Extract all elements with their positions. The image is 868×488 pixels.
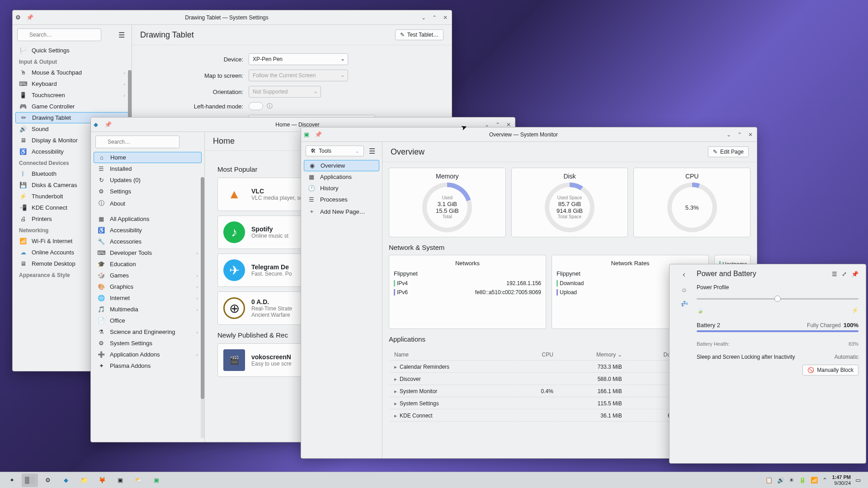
monitor-titlebar[interactable]: ▣ 📌 Overview — System Monitor ⌄ ⌃ ✕ — [301, 127, 757, 142]
task-discover[interactable]: ◆ — [58, 474, 74, 487]
cat-input-output: Input & Output — [13, 56, 132, 67]
minimize-icon[interactable]: ⌄ — [420, 14, 427, 21]
maximize-icon[interactable]: ⌃ — [431, 14, 438, 21]
cat-plasma-addons[interactable]: ✦Plasma Addons — [91, 360, 204, 371]
cat-games[interactable]: 🎲Games› — [91, 270, 204, 281]
col-cpu[interactable]: CPU — [516, 349, 557, 361]
manually-block-button[interactable]: 🚫Manually Block — [802, 365, 859, 375]
chevron-right-icon: › — [196, 284, 198, 290]
cat-internet[interactable]: 🌐Internet› — [91, 292, 204, 304]
menu-icon[interactable]: ☰ — [832, 271, 837, 277]
minimize-icon[interactable]: ⌄ — [725, 131, 732, 138]
science-icon: ⚗ — [97, 328, 105, 335]
flag-icon: 🏳️ — [19, 47, 27, 54]
col-name[interactable]: Name — [390, 349, 515, 361]
content-title: Drawing Tablet — [140, 30, 194, 40]
sidebar-item-keyboard[interactable]: ⌨Keyboard› — [13, 78, 132, 89]
wrench-icon: 🔧 — [97, 238, 105, 245]
nav-history[interactable]: 🕐History — [301, 183, 382, 194]
task-system-monitor[interactable]: ▣ — [148, 474, 165, 487]
tray-network-icon[interactable]: 📶 — [811, 477, 818, 483]
sleep-icon[interactable]: 💤 — [680, 300, 688, 307]
cat-system-settings[interactable]: ⚙System Settings — [91, 338, 204, 349]
close-icon[interactable]: ✕ — [747, 131, 754, 138]
nav-home[interactable]: ⌂Home — [94, 152, 202, 163]
tray-show-desktop-icon[interactable]: ▭ — [855, 477, 861, 483]
pin-icon[interactable]: 📌 — [104, 121, 112, 128]
tray-volume-icon[interactable]: 🔊 — [777, 477, 784, 483]
cat-education[interactable]: 🎓Education — [91, 258, 204, 270]
test-tablet-button[interactable]: ✎Test Tablet… — [395, 29, 443, 40]
device-select[interactable]: XP-Pen Pen — [249, 53, 348, 65]
memory-gauge: Used 3.1 GiB 15.5 GiB Total — [422, 183, 472, 232]
settings-title: Drawing Tablet — System Settings — [33, 14, 420, 21]
apps-icon: ▦ — [307, 174, 316, 180]
tray-expand-icon[interactable]: ⌃ — [822, 477, 827, 483]
cat-accessories[interactable]: 🔧Accessories — [91, 236, 204, 247]
info-icon[interactable]: ⓘ — [267, 102, 273, 110]
home-icon: ⌂ — [98, 154, 106, 161]
tools-button[interactable]: 🛠Tools⌄ — [306, 145, 364, 156]
settings-search-input[interactable] — [17, 28, 101, 41]
cat-accessibility[interactable]: ♿Accessibility — [91, 225, 204, 236]
close-icon[interactable]: ✕ — [442, 14, 449, 21]
plasma-icon: ✦ — [97, 362, 105, 369]
nav-about[interactable]: ⓘAbout — [91, 197, 204, 210]
sidebar-item-quick-settings[interactable]: 🏳️Quick Settings — [13, 45, 132, 56]
task-pager[interactable] — [22, 474, 38, 487]
discover-search-input[interactable] — [95, 136, 179, 148]
tray-battery-icon[interactable]: 🔋 — [799, 477, 806, 483]
nav-overview[interactable]: ◉Overview — [304, 160, 379, 171]
sort-down-icon: ⌄ — [618, 352, 622, 358]
settings-titlebar[interactable]: ⚙ 📌 Drawing Tablet — System Settings ⌄ ⌃… — [13, 10, 452, 25]
sidebar-item-mouse[interactable]: 🖱Mouse & Touchpad› — [13, 67, 132, 78]
sidebar-item-touchscreen[interactable]: 📱Touchscreen› — [13, 89, 132, 101]
panel-clock[interactable]: 1:47 PM 9/30/24 — [832, 474, 851, 485]
plus-icon: ＋ — [307, 207, 316, 216]
cat-graphics[interactable]: 🎨Graphics› — [91, 281, 204, 292]
col-memory[interactable]: Memory ⌄ — [559, 349, 627, 361]
maximize-icon[interactable]: ⌃ — [736, 131, 743, 138]
discover-scrollbar[interactable] — [201, 177, 204, 438]
monitor-title: Overview — System Monitor — [322, 131, 725, 138]
cat-application-addons[interactable]: ➕Application Addons› — [91, 349, 204, 360]
back-icon[interactable]: ‹ — [683, 270, 685, 279]
tray-brightness-icon[interactable]: ☀ — [789, 477, 794, 483]
cat-all[interactable]: ▦All Applications — [91, 213, 204, 225]
hamburger-icon[interactable]: ☰ — [367, 145, 377, 156]
brightness-icon[interactable]: ☼ — [681, 286, 688, 294]
task-weather[interactable]: ⛅ — [130, 474, 146, 487]
history-icon: 🕐 — [307, 185, 316, 192]
profile-slider-thumb[interactable] — [774, 296, 781, 302]
remote-icon: 🖥 — [19, 260, 27, 267]
pin-icon[interactable]: 📌 — [315, 131, 322, 138]
disk-gauge-card: Disk Used Space 85.7 GiB 914.8 GiB Total… — [511, 168, 628, 237]
nav-updates[interactable]: ↻Updates (0) — [91, 174, 204, 186]
cat-office[interactable]: 📄Office — [91, 315, 204, 326]
pin-icon[interactable]: 📌 — [26, 14, 33, 21]
sidebar-item-game-controller[interactable]: 🎮Game Controller — [13, 101, 132, 112]
nav-installed[interactable]: ☰Installed — [91, 163, 204, 174]
expand-icon[interactable]: ⤢ — [842, 271, 847, 277]
left-handed-label: Left-handed mode: — [145, 103, 249, 110]
task-system-settings[interactable]: ⚙ — [40, 474, 56, 487]
hamburger-icon[interactable]: ☰ — [116, 29, 127, 40]
power-battery-popup: ‹ ☼ 💤 Power and Battery ☰ ⤢ 📌 Power Prof… — [669, 264, 866, 464]
tray-clipboard-icon[interactable]: 📋 — [765, 477, 773, 483]
memory-title: Memory — [394, 173, 501, 180]
left-handed-toggle[interactable] — [249, 102, 263, 110]
nav-processes[interactable]: ☰Processes — [301, 194, 382, 205]
nav-add-page[interactable]: ＋Add New Page… — [301, 205, 382, 218]
pin-icon[interactable]: 📌 — [851, 271, 859, 277]
cat-developer-tools[interactable]: ⌨Developer Tools› — [91, 247, 204, 258]
nav-applications[interactable]: ▦Applications — [301, 171, 382, 183]
cat-multimedia[interactable]: 🎵Multimedia› — [91, 304, 204, 315]
app-launcher-button[interactable]: ✦ — [4, 474, 20, 487]
edit-page-button[interactable]: ✎Edit Page — [708, 146, 749, 157]
network-system-header: Network & System — [382, 237, 757, 251]
task-files[interactable]: 📁 — [76, 474, 92, 487]
task-firefox[interactable]: 🦊 — [94, 474, 110, 487]
nav-settings[interactable]: ⚙Settings — [91, 186, 204, 197]
task-konsole[interactable]: ▣ — [112, 474, 128, 487]
cat-science[interactable]: ⚗Science and Engineering› — [91, 326, 204, 338]
